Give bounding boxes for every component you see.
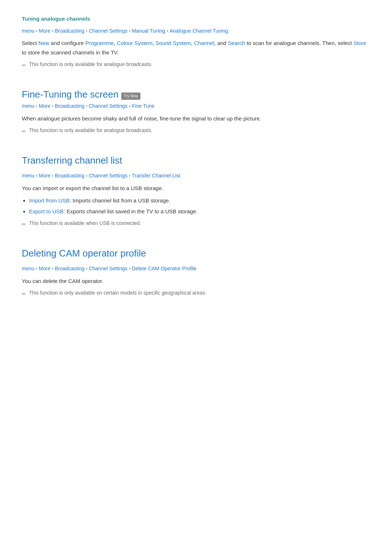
breadcrumb-sep-14: › <box>36 265 37 272</box>
title-text-fine-tuning: Fine-Tuning the screen <box>22 89 118 100</box>
breadcrumb-sep-12: › <box>86 172 87 179</box>
breadcrumb-transferring: menu › More › Broadcasting › Channel Set… <box>22 172 370 180</box>
highlight-programme: Programme <box>85 40 114 46</box>
breadcrumb-broadcasting[interactable]: Broadcasting <box>55 27 85 35</box>
breadcrumb-sep-1: › <box>36 28 37 34</box>
breadcrumb-sep-10: › <box>36 172 37 179</box>
try-now-badge[interactable]: Try Now <box>121 93 140 100</box>
highlight-import-usb: Import from USB <box>29 197 70 204</box>
pencil-icon-2: ✏ <box>22 127 26 135</box>
breadcrumb-sep-8: › <box>86 103 87 110</box>
breadcrumb-more[interactable]: More <box>39 27 50 35</box>
body-transferring-channel: You can import or export the channel lis… <box>22 184 370 193</box>
breadcrumb-fine-tuning: menu › More › Broadcasting › Channel Set… <box>22 102 370 110</box>
highlight-channel: Channel <box>194 40 214 46</box>
note-text-tuning-analogue: This function is only available for anal… <box>29 61 152 68</box>
section-title-transferring-channel: Transferring channel list <box>22 153 370 168</box>
note-text-transferring: This function is available when USB is c… <box>29 219 141 227</box>
note-fine-tuning: ✏ This function is only available for an… <box>22 127 370 135</box>
pencil-icon-4: ✏ <box>22 290 26 298</box>
highlight-store: Store <box>354 40 367 46</box>
section-transferring-channel: Transferring channel list menu › More › … <box>22 153 370 229</box>
breadcrumb-menu-4[interactable]: menu <box>22 264 34 272</box>
section-title-fine-tuning: Fine-Tuning the screenTry Now <box>22 87 370 102</box>
breadcrumb-sep-11: › <box>52 172 53 179</box>
note-transferring-channel: ✏ This function is available when USB is… <box>22 219 370 228</box>
note-deleting-cam: ✏ This function is only available on cer… <box>22 289 370 298</box>
breadcrumb-broadcasting-4[interactable]: Broadcasting <box>55 264 85 272</box>
breadcrumb-sep-16: › <box>86 265 87 272</box>
breadcrumb-sep-6: › <box>36 103 37 110</box>
note-text-fine-tuning: This function is only available for anal… <box>29 127 152 134</box>
breadcrumb-sep-5: › <box>167 28 168 34</box>
breadcrumb-channel-settings-4[interactable]: Channel Settings <box>89 264 128 272</box>
breadcrumb-broadcasting-2[interactable]: Broadcasting <box>55 102 85 110</box>
body-deleting-cam: You can delete the CAM operator. <box>22 276 370 286</box>
breadcrumb-delete-cam-operator-profile[interactable]: Delete CAM Operator Profile <box>132 264 196 272</box>
breadcrumb-tuning-analogue: menu › More › Broadcasting › Channel Set… <box>22 27 370 35</box>
bullet-list-transferring: Import from USB: Imports channel list fr… <box>29 196 370 216</box>
highlight-export-usb: Export to USB <box>29 208 64 214</box>
section-deleting-cam: Deleting CAM operator profile menu › Mor… <box>22 246 370 298</box>
breadcrumb-menu-2[interactable]: menu <box>22 102 34 110</box>
note-tuning-analogue: ✏ This function is only available for an… <box>22 61 370 69</box>
breadcrumb-sep-9: › <box>129 103 130 110</box>
breadcrumb-deleting-cam: menu › More › Broadcasting › Channel Set… <box>22 264 370 272</box>
breadcrumb-sep-3: › <box>86 28 87 34</box>
breadcrumb-sep-15: › <box>52 265 53 272</box>
highlight-search: Search <box>228 40 245 46</box>
breadcrumb-channel-settings[interactable]: Channel Settings <box>89 27 128 35</box>
breadcrumb-more-2[interactable]: More <box>39 102 50 110</box>
highlight-sound-system: Sound System <box>156 40 191 46</box>
body-tuning-analogue: Select New and configure Programme, Colo… <box>22 38 370 57</box>
breadcrumb-analogue-channel-tuning[interactable]: Analogue Channel Tuning <box>170 27 228 35</box>
section-title-tuning-analogue: Tuning analogue channels <box>22 15 370 23</box>
breadcrumb-transfer-channel-list[interactable]: Transfer Channel List <box>132 172 180 180</box>
section-title-deleting-cam: Deleting CAM operator profile <box>22 246 370 261</box>
breadcrumb-channel-settings-3[interactable]: Channel Settings <box>89 172 128 180</box>
list-item-export: Export to USB: Exports channel list save… <box>29 207 370 216</box>
body-fine-tuning: When analogue pictures become shaky and … <box>22 114 370 123</box>
export-usb-text: : Exports channel list saved in the TV t… <box>64 208 197 214</box>
breadcrumb-sep-2: › <box>52 28 53 34</box>
pencil-icon-3: ✏ <box>22 220 26 228</box>
breadcrumb-menu-3[interactable]: menu <box>22 172 34 180</box>
note-text-deleting-cam: This function is only available on certa… <box>29 289 207 297</box>
section-tuning-analogue: Tuning analogue channels menu › More › B… <box>22 15 370 70</box>
breadcrumb-sep-4: › <box>129 28 130 34</box>
breadcrumb-channel-settings-2[interactable]: Channel Settings <box>89 102 128 110</box>
highlight-colour-system: Colour System <box>117 40 152 46</box>
breadcrumb-fine-tune[interactable]: Fine Tune <box>132 102 154 110</box>
breadcrumb-menu[interactable]: menu <box>22 27 34 35</box>
section-fine-tuning: Fine-Tuning the screenTry Now menu › Mor… <box>22 87 370 136</box>
breadcrumb-manual-tuning[interactable]: Manual Tuning <box>132 27 165 35</box>
breadcrumb-sep-13: › <box>129 172 130 179</box>
breadcrumb-more-4[interactable]: More <box>39 264 50 272</box>
breadcrumb-broadcasting-3[interactable]: Broadcasting <box>55 172 85 180</box>
list-item-import: Import from USB: Imports channel list fr… <box>29 196 370 205</box>
highlight-new: New <box>38 40 49 46</box>
breadcrumb-sep-7: › <box>52 103 53 110</box>
import-usb-text: : Imports channel list from a USB storag… <box>70 197 171 204</box>
breadcrumb-more-3[interactable]: More <box>39 172 50 180</box>
pencil-icon-1: ✏ <box>22 61 26 69</box>
breadcrumb-sep-17: › <box>129 265 130 272</box>
